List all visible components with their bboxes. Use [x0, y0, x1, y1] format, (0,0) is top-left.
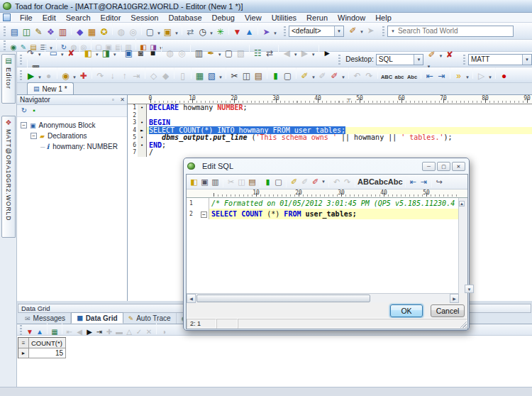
jump-to-object-dropdown-icon[interactable]: ▼	[272, 31, 278, 35]
print-icon[interactable]: ▥	[210, 177, 221, 187]
scrollbar-thumb[interactable]	[196, 295, 370, 302]
object-palette-icon[interactable]: ✪	[98, 26, 110, 38]
tab-new-1[interactable]: ▤ New 1 *	[27, 82, 74, 94]
search-input[interactable]	[398, 27, 513, 35]
dock-tab-editor[interactable]: ▤ Editor	[1, 54, 16, 104]
optimize-sql-icon[interactable]: ☷	[252, 48, 264, 60]
edit-desktop-icon[interactable]: ✐	[426, 49, 438, 61]
save-icon[interactable]: ▣	[123, 48, 135, 60]
dock-tab-connection[interactable]: ❖ MATT@ORA10GR2.WORLD	[1, 116, 16, 238]
unindent-icon[interactable]: ⇤	[408, 177, 419, 187]
editor-layout-2-dropdown-icon[interactable]: ▼	[218, 75, 223, 79]
highlight-red-dropdown-icon[interactable]: ▼	[321, 180, 326, 184]
project-manager-icon[interactable]: ▦	[86, 26, 98, 38]
sql-recall-dropdown-icon[interactable]: ▼	[60, 53, 65, 57]
menu-help[interactable]: Help	[370, 13, 397, 22]
chevron-down-icon[interactable]: ▼	[334, 26, 343, 36]
tree-item-declarations[interactable]: − ▰ Declarations	[17, 131, 127, 141]
menu-session[interactable]: Session	[126, 13, 163, 22]
collapse-icon[interactable]: −	[21, 122, 27, 128]
record-macro-icon[interactable]: ●	[498, 70, 510, 82]
scheduler-icon[interactable]: ◷	[196, 26, 209, 38]
print-icon[interactable]: ▥	[193, 48, 205, 60]
menu-utilities[interactable]: Utilities	[267, 13, 301, 22]
menu-view[interactable]: View	[240, 13, 267, 22]
paste-icon[interactable]: ▤	[253, 70, 265, 82]
reopen-file-icon[interactable]: ◨	[100, 48, 112, 60]
refactor-icon[interactable]: ⇄	[264, 48, 276, 60]
toad-world-search[interactable]: ▼	[387, 26, 514, 37]
dialog-title-bar[interactable]: Edit SQL ─ ▢ ✕	[184, 158, 469, 174]
menu-rerun[interactable]: Rerun	[301, 13, 333, 22]
editor-layout-1-icon[interactable]: ▦	[194, 70, 206, 82]
vertical-scrollbar[interactable]: ▲ ▼	[458, 198, 467, 293]
menu-debug[interactable]: Debug	[207, 13, 240, 22]
translate-dropdown-icon[interactable]: ▼	[37, 53, 43, 57]
new-file-icon[interactable]: ▢	[273, 177, 284, 187]
highlight-red-icon[interactable]: ✐	[310, 177, 321, 187]
remove-desktop-icon[interactable]: ✘	[443, 49, 455, 61]
edit-toolbar-style-dropdown-icon[interactable]: ▼	[359, 30, 365, 34]
horizontal-scrollbar[interactable]: ◀ ▶	[187, 293, 459, 302]
jump-to-object-icon[interactable]: ➤	[260, 26, 272, 38]
highlight-yellow-dropdown-icon[interactable]: ▼	[311, 75, 316, 79]
chevron-down-icon[interactable]: ▼	[391, 29, 395, 33]
edit-desktop-dropdown-icon[interactable]: ▼	[438, 54, 443, 58]
fast-forward-dropdown-icon[interactable]: ▼	[465, 75, 470, 79]
check-syntax-icon[interactable]: ✚	[77, 70, 89, 82]
toolbar-grip[interactable]	[20, 55, 22, 65]
execute-as-script-dropdown-icon[interactable]: ▼	[72, 75, 77, 79]
format-code-icon[interactable]: ▮	[270, 70, 282, 82]
minimize-icon[interactable]: ─	[422, 162, 436, 171]
play-macro-dropdown-icon[interactable]: ▼	[487, 75, 493, 79]
scroll-down-icon[interactable]: ▼	[465, 285, 474, 293]
menu-window[interactable]: Window	[333, 13, 370, 22]
editor-options-icon[interactable]: ◉	[9, 43, 18, 53]
commit-icon[interactable]: ▼	[231, 26, 243, 38]
rollback-icon[interactable]: ▲	[243, 26, 255, 38]
new-document-icon[interactable]: ▢	[144, 26, 156, 38]
db-health-check-icon[interactable]: ▥	[57, 26, 69, 38]
dialog-code-editor[interactable]: 1/* Formatted on 01/05/2012 3:01:45 PM (…	[187, 198, 459, 293]
run-to-end-icon[interactable]: ►	[321, 48, 333, 60]
open-document-icon[interactable]: ▣	[162, 26, 174, 38]
paste-icon[interactable]: ▤	[247, 177, 257, 187]
auto-refresh-icon[interactable]: ▪	[29, 106, 39, 116]
translate-icon[interactable]: ↷	[25, 48, 37, 60]
new-document-dropdown-icon[interactable]: ▼	[156, 31, 162, 35]
sql-tracker-icon[interactable]: ✎	[33, 26, 45, 38]
chevron-down-icon[interactable]: ▼	[414, 55, 423, 65]
highlight-red-dropdown-icon[interactable]: ▼	[340, 75, 346, 79]
close-icon[interactable]: ✕	[118, 97, 127, 103]
open-editor-icon[interactable]: ▤	[9, 26, 21, 38]
describe-objects-icon[interactable]: ◆	[74, 26, 86, 38]
count-value-cell[interactable]: 15	[29, 348, 66, 358]
maximize-icon[interactable]: ▢	[437, 162, 450, 171]
execute-statement-icon[interactable]: ▶	[25, 70, 37, 82]
toolbar-grip[interactable]	[20, 325, 22, 335]
session-browser-icon[interactable]: ❖	[45, 26, 57, 38]
spool-icon[interactable]: ✒	[205, 48, 217, 60]
execute-as-script-icon[interactable]: ◉	[60, 70, 72, 82]
indent-icon[interactable]: ⇥	[419, 177, 429, 187]
open-document-dropdown-icon[interactable]: ▼	[174, 31, 179, 35]
column-header-count[interactable]: COUNT(*)	[29, 338, 66, 348]
to-editor-icon[interactable]: ▢	[223, 48, 235, 60]
connection-selector[interactable]: MATT ▼	[468, 54, 532, 65]
scheduler-dropdown-icon[interactable]: ▼	[209, 31, 214, 35]
fast-forward-icon[interactable]: »	[453, 70, 465, 82]
toolbar-grip[interactable]	[463, 55, 465, 65]
copy-icon[interactable]: ◫	[240, 70, 253, 82]
uppercase-icon[interactable]: ABC	[358, 177, 375, 187]
reopen-file-dropdown-icon[interactable]: ▼	[112, 53, 118, 57]
sql-recall-icon[interactable]: ▭	[48, 48, 60, 60]
open-file-icon[interactable]: ◧	[189, 177, 199, 187]
navigate-back-dropdown-icon[interactable]: ▼	[293, 53, 299, 57]
menu-editor[interactable]: Editor	[96, 13, 126, 22]
unindent-icon[interactable]: ⇤	[423, 70, 436, 82]
grid-menu-icon[interactable]: ≡	[18, 338, 29, 348]
toolbar-grip[interactable]	[4, 40, 6, 50]
indent-icon[interactable]: ⇥	[436, 70, 448, 82]
menu-file[interactable]: File	[15, 13, 38, 22]
schema-browser-icon[interactable]: ◫	[21, 26, 33, 38]
